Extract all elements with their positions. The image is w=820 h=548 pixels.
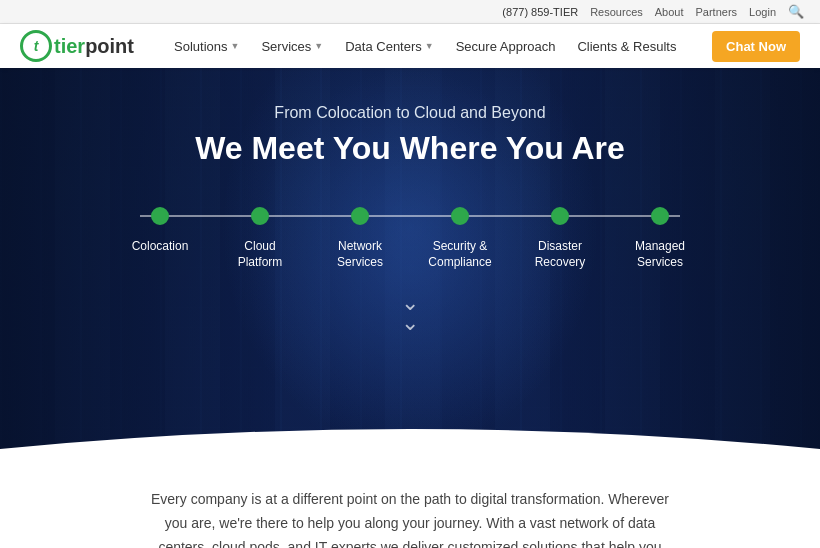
nav-solutions[interactable]: Solutions ▼ (164, 33, 249, 60)
timeline-label: NetworkServices (337, 239, 383, 270)
nav-services[interactable]: Services ▼ (251, 33, 333, 60)
timeline-item-network[interactable]: NetworkServices (310, 207, 410, 270)
hero-section: From Colocation to Cloud and Beyond We M… (0, 68, 820, 468)
timeline-item-cloud[interactable]: CloudPlatform (210, 207, 310, 270)
timeline-dot (151, 207, 169, 225)
logo[interactable]: t tierpoint (20, 30, 134, 62)
timeline-label: ManagedServices (635, 239, 685, 270)
logo-text: tierpoint (54, 35, 134, 58)
partners-link[interactable]: Partners (696, 6, 738, 18)
content-section: Every company is at a different point on… (0, 468, 820, 548)
timeline-dot (451, 207, 469, 225)
timeline-item-security[interactable]: Security &Compliance (410, 207, 510, 270)
phone-number: (877) 859-TIER (502, 6, 578, 18)
timeline-label: Colocation (132, 239, 189, 255)
chevron-down-icon: ▼ (314, 41, 323, 51)
top-bar: (877) 859-TIER Resources About Partners … (0, 0, 820, 24)
nav-data-centers[interactable]: Data Centers ▼ (335, 33, 444, 60)
timeline-label: CloudPlatform (238, 239, 283, 270)
chevron-down-icon: ▼ (425, 41, 434, 51)
main-nav: t tierpoint Solutions ▼ Services ▼ Data … (0, 24, 820, 68)
hero-curve (0, 409, 820, 468)
timeline-dot (351, 207, 369, 225)
logo-icon: t (20, 30, 52, 62)
scroll-chevron[interactable]: ⌄ ⌄ (110, 294, 710, 331)
login-link[interactable]: Login (749, 6, 776, 18)
hero-title: We Meet You Where You Are (110, 130, 710, 167)
timeline-dot (651, 207, 669, 225)
timeline-item-colocation[interactable]: Colocation (110, 207, 210, 255)
chat-now-button[interactable]: Chat Now (712, 31, 800, 62)
timeline-dot (551, 207, 569, 225)
nav-links: Solutions ▼ Services ▼ Data Centers ▼ Se… (164, 33, 706, 60)
hero-subtitle: From Colocation to Cloud and Beyond (110, 104, 710, 122)
timeline-label: Security &Compliance (428, 239, 491, 270)
timeline-item-managed[interactable]: ManagedServices (610, 207, 710, 270)
timeline-label: DisasterRecovery (535, 239, 586, 270)
nav-secure-approach[interactable]: Secure Approach (446, 33, 566, 60)
timeline-item-disaster[interactable]: DisasterRecovery (510, 207, 610, 270)
resources-link[interactable]: Resources (590, 6, 643, 18)
search-icon[interactable]: 🔍 (788, 4, 804, 19)
hero-content: From Colocation to Cloud and Beyond We M… (110, 104, 710, 331)
nav-clients-results[interactable]: Clients & Results (567, 33, 686, 60)
chevron-down-icon: ▼ (230, 41, 239, 51)
content-body: Every company is at a different point on… (150, 488, 670, 548)
about-link[interactable]: About (655, 6, 684, 18)
timeline-dot (251, 207, 269, 225)
hero-timeline: Colocation CloudPlatform NetworkServices… (110, 207, 710, 270)
